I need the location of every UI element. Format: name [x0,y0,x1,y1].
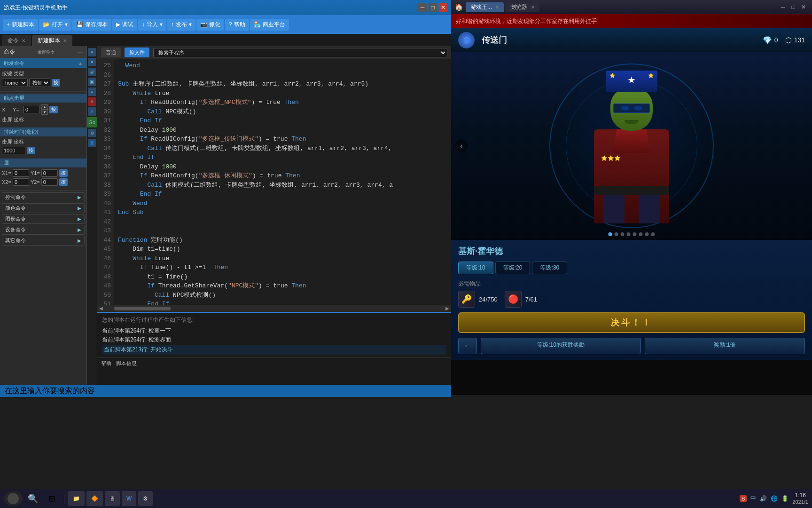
code-text-content[interactable]: Wend Sub 主程序(二维数组, 卡牌类型数组, 坐标数组, arr1, a… [114,59,451,312]
trigger-add-btn[interactable]: 按 [52,79,60,87]
tab-commands[interactable]: 命令 ✕ [2,35,31,46]
game-tab-yugioh[interactable]: 游戏王... ✕ [466,2,504,12]
level-tab-20[interactable]: 等级:20 [495,262,531,274]
shape-commands-btn[interactable]: 图形命令 ▶ [2,214,85,224]
new-script-btn[interactable]: + 新建脚本 [3,19,38,31]
minimize-btn[interactable]: ─ [418,3,427,12]
battle-button[interactable]: 决斗！！ [458,312,805,333]
help-btn[interactable]: ? 帮助 [225,19,249,31]
nav-dot-5[interactable] [633,232,637,236]
side-icon-6[interactable]: ✕ [88,97,96,106]
nav-dot-6[interactable] [639,232,643,236]
file-explorer-app[interactable]: 📁 [68,491,85,506]
scroll-left-btn[interactable]: ◀ [97,306,105,311]
side-icon-3[interactable]: ◎ [88,68,96,76]
y1-input[interactable] [41,169,58,177]
capture-btn[interactable]: 📷 抓化 [196,19,224,31]
subroutine-search[interactable]: 搜索子程序 [153,48,447,57]
system-tray: S 中 🔊 🌐 🔋 1:16 2021/1 [740,492,808,505]
color-commands-btn[interactable]: 颜色命令 ▶ [2,203,85,213]
side-icon-1[interactable]: ✦ [88,48,96,56]
market-btn[interactable]: 🏪 商业平台 [250,19,289,31]
tab-source[interactable]: 原文件 [125,48,149,57]
tray-network-icon[interactable]: 🌐 [771,495,778,502]
control-commands-btn[interactable]: 控制命令 ▶ [2,192,85,202]
y-input[interactable] [23,106,40,113]
y-down-btn[interactable]: ▼ [41,110,48,115]
duration-set-btn[interactable]: 按 [27,147,35,154]
side-icon-2[interactable]: ✕ [88,58,96,66]
app2-btn[interactable]: 🔶 [86,491,103,506]
menu-bar: + 新建脚本 📂 打开 ▾ 💾 保存脚本 ▶ 调试 ↓ 导入 ▾ ↑ 发布 ▾ … [0,15,451,34]
log-help-tab[interactable]: 帮助 [101,360,111,367]
game-tab-browser[interactable]: 浏览器 ✕ [506,2,539,12]
area1-set-btn[interactable]: 按 [59,169,68,177]
task-view-btn[interactable]: ⊞ [43,490,60,507]
key-select[interactable]: home [2,79,28,87]
search-taskbar-btn[interactable]: 🔍 [24,490,41,507]
device-commands-btn[interactable]: 设备命令 ▶ [2,225,85,235]
publish-btn[interactable]: ↑ 发布 ▾ [167,19,195,31]
home-icon[interactable]: 🏠 [455,3,463,11]
close-btn[interactable]: ✕ [439,3,447,12]
debug-btn[interactable]: ▶ 调试 [112,19,137,31]
scroll-right-btn[interactable]: ▶ [444,306,451,311]
monitor-app[interactable]: 🖥 [105,491,120,506]
code-content[interactable]: 25 26 27 28 29 30 31 32 33 34 35 36 37 3… [97,59,451,312]
nav-dot-3[interactable] [621,232,625,236]
coord-set-btn[interactable]: 按 [49,106,58,113]
y2-input[interactable] [41,178,58,186]
side-icon-7[interactable]: ✓ [88,107,96,116]
game-maximize-btn[interactable]: □ [789,2,798,12]
level-tab-30[interactable]: 等级:30 [532,262,567,274]
y-spinner[interactable]: ▲ ▼ [41,104,48,115]
close-game-tab-1[interactable]: ✕ [495,5,499,10]
word-app[interactable]: W [122,491,136,506]
maximize-btn[interactable]: □ [429,3,437,12]
game-area: 🏠 游戏王... ✕ 浏览器 ✕ ─ □ ✕ 好和谐的游戏环境，近期发现部分工作… [451,0,812,395]
duration-input[interactable] [2,147,25,154]
nav-dot-8[interactable] [651,232,655,236]
side-icon-8[interactable]: ⚙ [88,129,96,137]
import-btn[interactable]: ↓ 导入 ▾ [138,19,166,31]
game-minimize-btn[interactable]: ─ [778,2,788,12]
side-icon-9[interactable]: 👤 [88,139,96,147]
side-icon-4[interactable]: ▣ [88,78,96,86]
nav-dot-4[interactable] [627,232,631,236]
tray-battery-icon[interactable]: 🔋 [781,495,789,502]
y-up-btn[interactable]: ▲ [41,104,48,110]
start-button[interactable] [4,491,23,506]
publish-icon: ↑ [171,21,174,28]
x1-input[interactable] [13,169,29,177]
level-tab-10[interactable]: 等级:10 [458,262,493,274]
area2-set-btn[interactable]: 按 [59,178,68,186]
trigger-collapse-icon: ▲ [78,61,83,66]
tab-new-script[interactable]: 新建脚本 ✕ [32,35,72,46]
close-tab-commands[interactable]: ✕ [22,38,25,43]
nav-dot-2[interactable] [615,232,618,236]
reward-back-btn[interactable]: ← [458,338,477,354]
game-close-btn[interactable]: ✕ [799,2,808,12]
nav-dot-1[interactable] [609,232,612,236]
scroll-thumb[interactable] [114,307,171,310]
save-icon: 💾 [76,21,83,28]
reward-label-btn[interactable]: 等级:10的获胜奖励 [481,338,641,354]
side-icon-go[interactable]: Go [87,117,97,127]
browser-app[interactable]: ⚙ [138,491,153,506]
nav-dot-7[interactable] [645,232,649,236]
save-btn[interactable]: 💾 保存脚本 [72,19,111,31]
close-game-tab-2[interactable]: ✕ [531,5,535,10]
char-nav-left[interactable]: ‹ [455,139,468,152]
open-btn[interactable]: 📂 打开 ▾ [39,19,71,31]
side-icon-5[interactable]: ≡ [88,87,96,96]
close-tab-new-script[interactable]: ✕ [63,38,67,43]
horizontal-scrollbar[interactable]: ◀ ▶ [97,305,451,312]
other-commands-btn[interactable]: 其它命令 ▶ [2,236,85,246]
type-select[interactable]: 按键 [29,79,50,87]
tab-normal[interactable]: 普通 [101,48,121,57]
reward-bonus-btn[interactable]: 奖励:1倍 [645,338,805,354]
x2-input[interactable] [13,178,29,186]
tray-volume-icon[interactable]: 🔊 [760,495,767,502]
log-script-info-tab[interactable]: 脚本信息 [116,360,137,367]
trigger-header[interactable]: 触发命令 ▲ [0,58,86,68]
